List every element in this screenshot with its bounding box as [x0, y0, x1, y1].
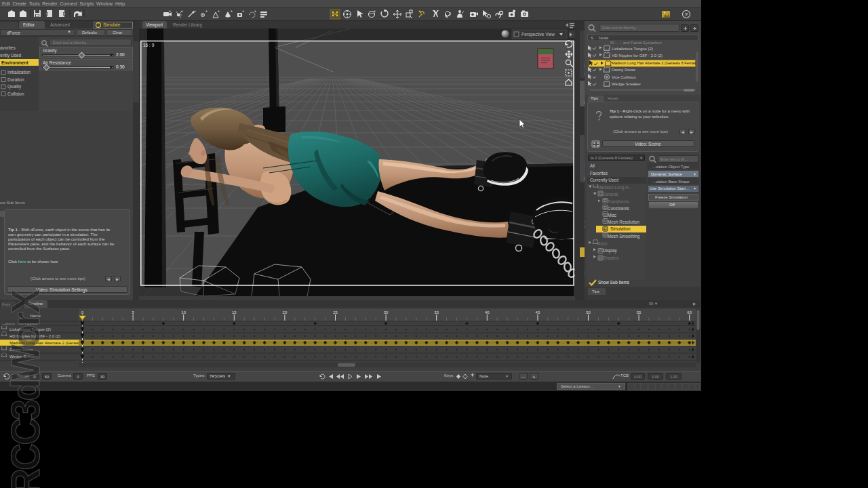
svg-text:15: 15	[232, 310, 237, 314]
svg-text:25: 25	[333, 310, 338, 314]
svg-text:30: 30	[384, 310, 389, 314]
svg-text:+: +	[254, 9, 256, 13]
svg-text:+: +	[181, 9, 183, 13]
svg-text:+: +	[169, 9, 171, 13]
svg-text:+: +	[218, 9, 220, 13]
svg-text:35: 35	[434, 310, 439, 314]
svg-text:+: +	[374, 9, 376, 13]
svg-text:50: 50	[586, 310, 591, 314]
svg-text:60: 60	[687, 310, 692, 314]
svg-text:+: +	[205, 9, 208, 13]
svg-text:+: +	[231, 9, 233, 13]
svg-text:45: 45	[536, 310, 540, 314]
svg-text:40: 40	[485, 310, 490, 314]
svg-text:20: 20	[283, 310, 288, 314]
svg-text:16 : 9: 16 : 9	[143, 43, 155, 47]
svg-text:Perspective View: Perspective View	[521, 32, 555, 37]
svg-text:+: +	[242, 9, 244, 13]
svg-text:10: 10	[181, 310, 186, 314]
svg-text:55: 55	[637, 310, 642, 314]
svg-text:?: ?	[685, 12, 688, 18]
svg-text:+: +	[194, 9, 196, 13]
